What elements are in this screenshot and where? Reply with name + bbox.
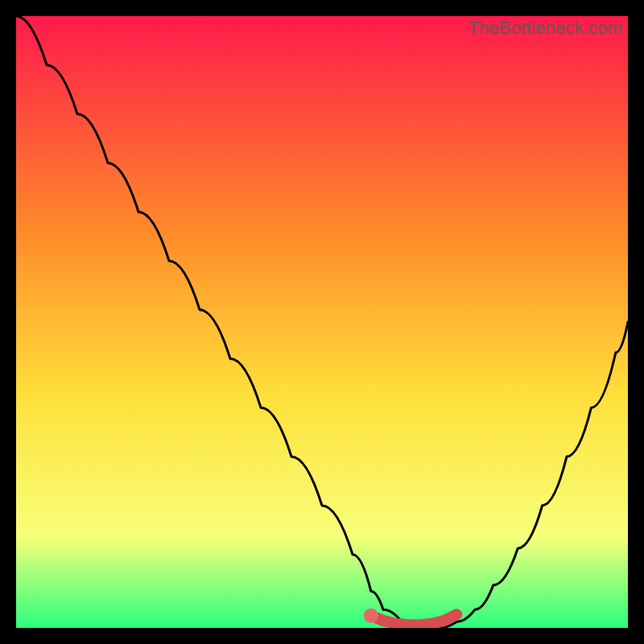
chart-frame: TheBottleneck.com xyxy=(16,16,628,628)
bottleneck-chart xyxy=(16,16,628,628)
gradient-background xyxy=(16,16,628,628)
optimal-range-start-dot xyxy=(364,609,378,623)
watermark-text: TheBottleneck.com xyxy=(469,18,623,39)
